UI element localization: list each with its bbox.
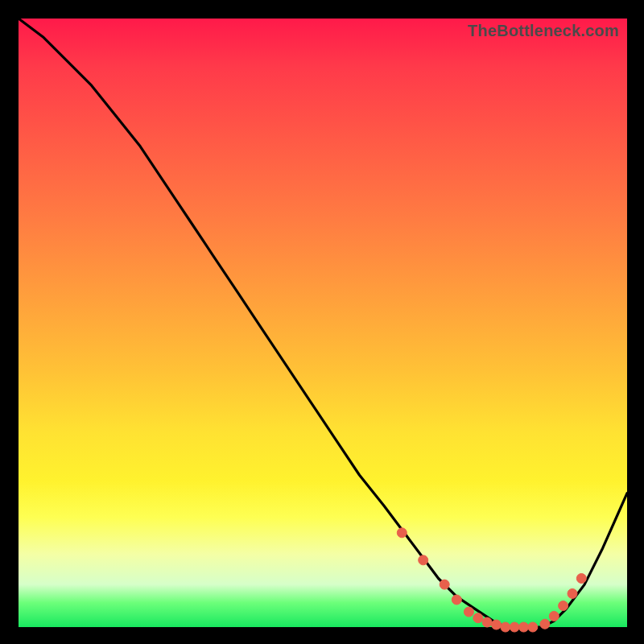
marker-point [576,574,586,584]
marker-point [473,613,483,623]
plot-area: TheBottleneck.com [19,19,627,627]
marker-point [419,555,428,565]
marker-point [549,611,559,621]
marker-point [440,580,449,589]
curve-layer [19,19,627,627]
marker-point [501,622,510,632]
marker-point [452,595,461,605]
marker-point [559,601,568,611]
marker-point [492,620,502,630]
bottleneck-curve [19,19,627,627]
marker-point [464,607,473,617]
marker-point [510,622,519,632]
chart-frame: TheBottleneck.com [0,0,644,644]
marker-group [397,528,586,632]
marker-point [540,619,550,629]
marker-point [397,528,407,538]
marker-point [568,588,577,598]
marker-point [482,617,492,627]
marker-point [528,622,538,632]
marker-point [519,622,529,632]
